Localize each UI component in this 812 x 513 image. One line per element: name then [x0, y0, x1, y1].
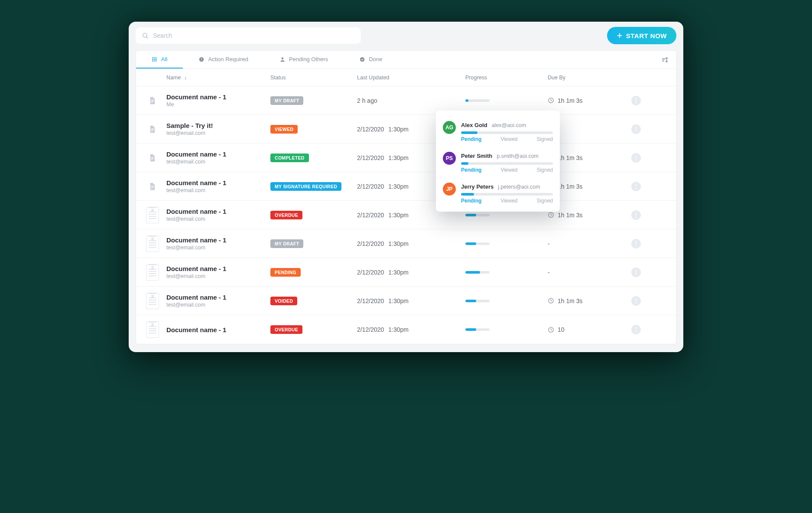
progress-cell[interactable] [465, 300, 548, 302]
state-signed: Signed [537, 198, 553, 204]
start-now-button[interactable]: START NOW [607, 27, 676, 44]
status-cell: MY DRAFT [270, 239, 357, 248]
updated-date: 2/12/2020 [357, 269, 384, 276]
alert-icon [198, 56, 205, 62]
updated-date: 2/12/2020 [357, 326, 384, 333]
svg-rect-26 [151, 157, 154, 157]
col-status[interactable]: Status [270, 75, 357, 81]
col-due-by[interactable]: Due By [548, 75, 626, 81]
name-cell: Document name - 1test@email.com [166, 150, 270, 165]
clock-icon [548, 327, 554, 333]
progress-bar [465, 300, 490, 302]
search-box[interactable] [136, 27, 361, 44]
name-cell: Document name - 1Me [166, 93, 270, 108]
state-signed: Signed [537, 136, 553, 142]
table-row[interactable]: Document name - 1OVERDUE2/12/20201:30pm1… [136, 315, 676, 344]
status-badge: PENDING [270, 268, 301, 277]
actions-cell: ⋮ [626, 153, 646, 163]
name-cell: Document name - 1 [166, 326, 270, 333]
actions-cell: ⋮ [626, 268, 646, 277]
status-cell: MY SIGNATURE REQUIRED [270, 182, 357, 191]
document-owner: test@email.com [166, 273, 270, 279]
due-cell: - [548, 269, 626, 276]
table-row[interactable]: Document name - 1test@email.comPENDING2/… [136, 258, 676, 287]
col-name[interactable]: Name ↓ [166, 75, 270, 81]
progress-cell[interactable] [465, 242, 548, 245]
progress-bar [465, 271, 490, 274]
status-badge: MY DRAFT [270, 96, 303, 105]
person-email: j.peters@aoi.com [498, 184, 540, 190]
progress-cell[interactable] [465, 328, 548, 331]
sort-toggle-button[interactable] [658, 53, 672, 67]
tab-label: Pending Others [289, 56, 328, 62]
col-last-updated[interactable]: Last Updated [357, 75, 465, 81]
svg-rect-27 [151, 158, 154, 158]
document-name: Document name - 1 [166, 294, 270, 301]
progress-cell[interactable] [465, 271, 548, 274]
progress-cell[interactable] [465, 214, 548, 216]
topbar: START NOW [129, 22, 683, 50]
progress-cell[interactable] [465, 99, 548, 102]
svg-point-13 [282, 57, 284, 59]
due-cell: - [548, 240, 626, 247]
row-menu-button[interactable]: ⋮ [631, 239, 641, 248]
sort-down-icon: ↓ [184, 75, 187, 81]
person-name: Jerry Peters [461, 183, 494, 190]
updated-date: 2 h ago [357, 97, 377, 104]
row-menu-button[interactable]: ⋮ [631, 210, 641, 220]
tab-action-required[interactable]: Action Required [183, 51, 264, 69]
progress-bar [465, 328, 490, 331]
user-icon [279, 56, 286, 62]
document-name: Sample - Try it! [166, 122, 270, 129]
table-row[interactable]: Document name - 1test@email.comMY DRAFT2… [136, 229, 676, 258]
due-value: - [548, 269, 550, 276]
col-progress[interactable]: Progress [465, 75, 548, 81]
status-badge: VIEWED [270, 125, 298, 134]
updated-date: 2/12/2020 [357, 297, 384, 304]
svg-rect-32 [151, 188, 153, 188]
document-name: Document name - 1 [166, 326, 270, 333]
table-row[interactable]: Document name - 1MeMY DRAFT2 h ago1h 1m … [136, 86, 676, 115]
search-icon [142, 32, 149, 39]
search-input[interactable] [149, 32, 355, 39]
document-thumbnail-icon [139, 207, 166, 223]
col-name-label: Name [166, 75, 181, 81]
svg-rect-19 [151, 100, 154, 100]
row-menu-button[interactable]: ⋮ [631, 124, 641, 134]
row-menu-button[interactable]: ⋮ [631, 268, 641, 277]
row-menu-button[interactable]: ⋮ [631, 325, 641, 334]
person-email: alex@aoi.com [492, 122, 526, 128]
last-updated-cell: 2/12/20201:30pm [357, 269, 465, 276]
document-name: Document name - 1 [166, 236, 270, 244]
row-menu-button[interactable]: ⋮ [631, 153, 641, 163]
row-menu-button[interactable]: ⋮ [631, 96, 641, 105]
tab-pending-others[interactable]: Pending Others [264, 51, 344, 69]
tab-label: Action Required [208, 56, 248, 62]
last-updated-cell: 2/12/20201:30pm [357, 326, 465, 333]
due-cell: 10 [548, 326, 626, 333]
document-thumbnail-icon [139, 321, 166, 338]
table-row[interactable]: Document name - 1test@email.comVOIDED2/1… [136, 287, 676, 315]
table-row[interactable]: Document name - 1test@email.comCOMPLETED… [136, 144, 676, 172]
progress-bar [465, 242, 490, 245]
clock-icon [548, 297, 554, 304]
row-menu-button[interactable]: ⋮ [631, 296, 641, 306]
table-body: Document name - 1MeMY DRAFT2 h ago1h 1m … [136, 86, 676, 344]
app-window: START NOW All Action Required [129, 22, 683, 352]
table-row[interactable]: Document name - 1test@email.comOVERDUE2/… [136, 201, 676, 229]
actions-cell: ⋮ [626, 124, 646, 134]
row-menu-button[interactable]: ⋮ [631, 182, 641, 191]
name-cell: Document name - 1test@email.com [166, 236, 270, 251]
svg-rect-30 [151, 186, 154, 186]
tab-all[interactable]: All [136, 51, 183, 69]
person-name: Peter Smith [461, 153, 492, 159]
table-row[interactable]: Sample - Try it!test@email.comVIEWED2/12… [136, 115, 676, 144]
document-name: Document name - 1 [166, 208, 270, 215]
document-name: Document name - 1 [166, 93, 270, 101]
tab-done[interactable]: Done [344, 51, 398, 69]
document-thumbnail-icon [139, 264, 166, 281]
svg-point-9 [153, 60, 153, 61]
table-row[interactable]: Document name - 1test@email.comMY SIGNAT… [136, 172, 676, 201]
check-circle-icon [359, 56, 365, 62]
status-cell: OVERDUE [270, 325, 357, 334]
